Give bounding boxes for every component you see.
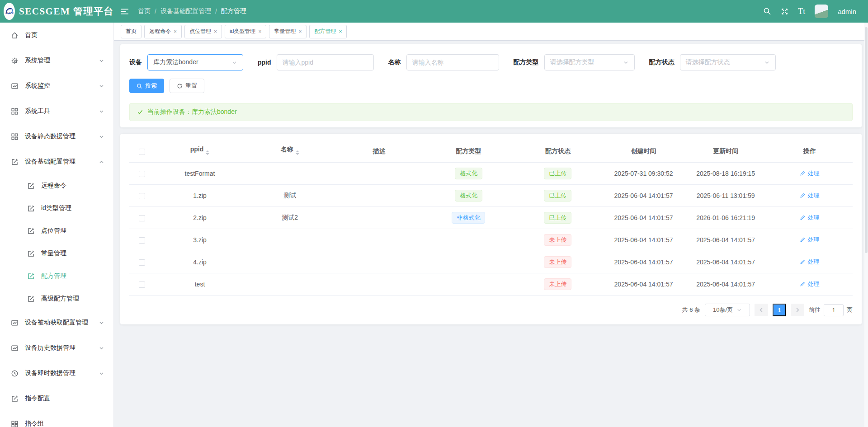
recipe-type-label: 配方类型 <box>514 58 539 66</box>
next-page-button[interactable] <box>791 304 804 316</box>
tab-point-position[interactable]: 点位管理× <box>184 25 222 38</box>
cell-action: 处理 <box>767 251 853 273</box>
handle-link[interactable]: 处理 <box>800 169 819 178</box>
column-header-type: 配方类型 <box>424 139 513 163</box>
handle-link[interactable]: 处理 <box>800 214 819 222</box>
handle-link[interactable]: 处理 <box>800 258 819 266</box>
sidebar-item-remote-command[interactable]: 远程命令 <box>0 174 113 197</box>
cell-action: 处理 <box>767 229 853 251</box>
table-row: test未上传2025-06-04 14:01:572025-06-04 14:… <box>129 273 853 296</box>
close-icon[interactable]: × <box>298 29 302 34</box>
row-checkbox[interactable] <box>139 171 145 177</box>
sidebar-item-id-type[interactable]: id类型管理 <box>0 197 113 220</box>
close-icon[interactable]: × <box>258 29 261 34</box>
font-size-icon[interactable]: Tt <box>798 7 805 16</box>
select-all-checkbox[interactable] <box>139 149 145 155</box>
sidebar-item-system-monitor[interactable]: 系统监控 <box>0 73 113 99</box>
avatar[interactable] <box>815 5 828 18</box>
search-card: 设备 库力索法bonder ppid 名称 <box>120 44 862 127</box>
close-icon[interactable]: × <box>339 29 342 34</box>
username[interactable]: admin <box>838 8 856 15</box>
cell-status: 已上传 <box>514 185 603 207</box>
page-number-1[interactable]: 1 <box>773 304 786 316</box>
row-checkbox[interactable] <box>139 215 145 221</box>
filter-recipe-status: 配方状态 请选择配方状态 <box>649 54 776 70</box>
device-select[interactable]: 库力索法bonder <box>147 54 243 70</box>
chevron-down-icon <box>99 371 104 376</box>
tab-remote-command[interactable]: 远程命令× <box>144 25 182 38</box>
page-size-select[interactable]: 10条/页 <box>705 304 750 316</box>
name-input[interactable] <box>412 59 493 66</box>
sidebar-item-device-realtime-data[interactable]: 设备即时数据管理 <box>0 361 113 386</box>
recipe-type-select[interactable]: 请选择配方类型 <box>544 54 635 70</box>
sort-carets-icon[interactable] <box>296 149 299 157</box>
header-checkbox-cell <box>129 139 155 163</box>
goto-page-input[interactable] <box>824 304 844 316</box>
sidebar-item-device-passive-config[interactable]: 设备被动获取配置管理 <box>0 310 113 335</box>
row-checkbox[interactable] <box>139 237 145 244</box>
sidebar-item-point-position[interactable]: 点位管理 <box>0 220 113 242</box>
logo-icon: RUIYU <box>4 3 15 20</box>
prev-page-button[interactable] <box>755 304 768 316</box>
handle-link[interactable]: 处理 <box>800 236 819 244</box>
breadcrumb-parent[interactable]: 设备基础配置管理 <box>160 7 211 15</box>
recipe-status-label: 配方状态 <box>649 58 675 66</box>
chevron-right-icon <box>795 307 800 313</box>
handle-link[interactable]: 处理 <box>800 280 819 288</box>
tab-recipe[interactable]: 配方管理× <box>309 25 347 38</box>
row-checkbox[interactable] <box>139 282 145 288</box>
sidebar-item-recipe[interactable]: 配方管理 <box>0 265 113 287</box>
sidebar-collapse-icon[interactable] <box>120 8 129 15</box>
cell-created: 2025-06-04 14:01:57 <box>602 185 684 207</box>
row-checkbox[interactable] <box>139 193 145 199</box>
table-row: 4.zip未上传2025-06-04 14:01:572025-06-04 14… <box>129 251 853 273</box>
sidebar-item-advanced-recipe[interactable]: 高级配方管理 <box>0 287 113 310</box>
column-header-name[interactable]: 名称 <box>245 139 335 163</box>
app-title: SECSGEM 管理平台 <box>19 5 114 18</box>
pencil-icon <box>800 215 806 221</box>
scrollbar-thumb[interactable] <box>865 27 868 253</box>
table-row: 3.zip未上传2025-06-04 14:01:572025-06-04 14… <box>129 229 853 251</box>
sidebar-item-label: 设备被动获取配置管理 <box>25 319 88 327</box>
tab-label: 远程命令 <box>149 28 171 35</box>
tag-badge: 格式化 <box>455 168 482 179</box>
grid-icon <box>11 108 19 115</box>
sidebar-item-label: 指令组 <box>25 420 44 427</box>
status-badge: 未上传 <box>544 278 571 290</box>
ppid-label: ppid <box>258 59 271 66</box>
column-header-ppid[interactable]: ppid <box>155 139 245 163</box>
sidebar-item-device-history-data[interactable]: 设备历史数据管理 <box>0 335 113 361</box>
page-scrollbar[interactable] <box>864 23 868 427</box>
sidebar-item-command-group[interactable]: 指令组 <box>0 411 113 427</box>
search-icon[interactable] <box>763 7 771 15</box>
fullscreen-icon[interactable] <box>781 8 788 15</box>
close-icon[interactable]: × <box>174 29 177 34</box>
ppid-input[interactable] <box>283 59 368 66</box>
row-checkbox[interactable] <box>139 259 145 266</box>
filter-device: 设备 库力索法bonder <box>129 54 243 70</box>
sidebar-item-device-static-data[interactable]: 设备静态数据管理 <box>0 124 113 149</box>
reset-button[interactable]: 重置 <box>170 79 204 93</box>
chevron-left-icon <box>759 307 764 313</box>
recipe-status-select[interactable]: 请选择配方状态 <box>680 54 776 70</box>
close-icon[interactable]: × <box>214 29 217 34</box>
sidebar-item-command-config[interactable]: 指令配置 <box>0 386 113 411</box>
breadcrumb-home[interactable]: 首页 <box>138 7 151 15</box>
column-header-created: 创建时间 <box>602 139 684 163</box>
handle-link[interactable]: 处理 <box>800 192 819 200</box>
sidebar-item-system-management[interactable]: 系统管理 <box>0 48 113 73</box>
cell-desc <box>335 207 424 229</box>
sidebar-item-constant[interactable]: 常量管理 <box>0 242 113 265</box>
sidebar-item-home[interactable]: 首页 <box>0 23 113 48</box>
search-button[interactable]: 搜索 <box>129 79 164 93</box>
submenu-device-base-config: 远程命令id类型管理点位管理常量管理配方管理高级配方管理 <box>0 174 113 310</box>
check-icon <box>137 109 143 115</box>
cell-ppid: 1.zip <box>155 185 245 207</box>
tab-constant[interactable]: 常量管理× <box>269 25 307 38</box>
tab-id-type[interactable]: id类型管理× <box>225 25 266 38</box>
sidebar-item-device-base-config[interactable]: 设备基础配置管理 <box>0 149 113 174</box>
sidebar-item-system-tools[interactable]: 系统工具 <box>0 99 113 124</box>
sort-carets-icon[interactable] <box>206 149 209 157</box>
app-logo: RUIYU SECSGEM 管理平台 <box>0 0 114 23</box>
tab-home[interactable]: 首页 <box>121 25 142 38</box>
